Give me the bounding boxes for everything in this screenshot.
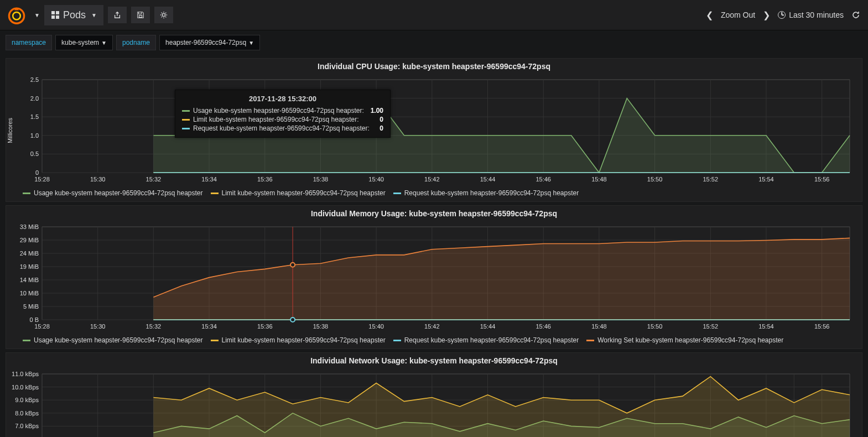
svg-text:14 MiB: 14 MiB (20, 277, 39, 283)
svg-text:15:52: 15:52 (703, 176, 719, 183)
refresh-icon (851, 11, 860, 19)
legend-item[interactable]: Limit kube-system heapster-96599cc94-72p… (211, 189, 386, 197)
var-podname-value[interactable]: heapster-96599cc94-72psq▼ (159, 35, 260, 50)
svg-text:19 MiB: 19 MiB (20, 263, 39, 270)
svg-text:5 MiB: 5 MiB (23, 303, 39, 310)
svg-text:0.5: 0.5 (30, 150, 39, 157)
zoom-out-button[interactable]: Zoom Out (721, 11, 755, 19)
svg-point-1 (13, 12, 20, 20)
svg-text:15:28: 15:28 (34, 176, 50, 183)
time-range-picker[interactable]: Last 30 minutes (778, 11, 844, 19)
top-toolbar: ▼ Pods ▼ ❮ Zoom Out ❯ Last 30 minutes (0, 0, 868, 30)
svg-text:15:44: 15:44 (480, 323, 496, 330)
panel-memory: Individual Memory Usage: kube-system hea… (6, 205, 862, 349)
svg-point-6 (162, 13, 165, 16)
svg-rect-3 (56, 11, 59, 14)
svg-text:15:46: 15:46 (536, 323, 551, 330)
memory-chart[interactable]: 0 B5 MiB10 MiB14 MiB19 MiB24 MiB29 MiB33… (12, 221, 855, 332)
legend-item[interactable]: Usage kube-system heapster-96599cc94-72p… (23, 336, 203, 344)
settings-button[interactable] (154, 7, 173, 23)
svg-text:15:48: 15:48 (591, 323, 607, 330)
legend-item[interactable]: Usage kube-system heapster-96599cc94-72p… (23, 189, 203, 197)
svg-text:10.0 kBps: 10.0 kBps (12, 384, 39, 391)
svg-text:7.0 kBps: 7.0 kBps (15, 423, 39, 429)
svg-text:15:54: 15:54 (758, 323, 774, 330)
panel-cpu: Individual CPU Usage: kube-system heapst… (6, 58, 862, 202)
svg-text:29 MiB: 29 MiB (20, 237, 39, 243)
save-icon (137, 11, 144, 19)
panel-memory-legend: Usage kube-system heapster-96599cc94-72p… (6, 334, 862, 348)
svg-text:0: 0 (35, 169, 39, 176)
gear-icon (160, 11, 168, 19)
svg-text:15:38: 15:38 (313, 323, 329, 330)
grid-icon (51, 11, 60, 19)
svg-text:15:40: 15:40 (368, 176, 384, 183)
network-chart[interactable]: 6.0 kBps7.0 kBps8.0 kBps9.0 kBps10.0 kBp… (12, 368, 855, 437)
share-button[interactable] (108, 7, 127, 23)
svg-rect-4 (51, 15, 55, 19)
save-button[interactable] (131, 7, 150, 23)
legend-item[interactable]: Request kube-system heapster-96599cc94-7… (393, 189, 579, 197)
svg-text:15:44: 15:44 (480, 176, 496, 183)
svg-text:24 MiB: 24 MiB (20, 250, 39, 257)
svg-text:15:28: 15:28 (34, 323, 50, 330)
panel-network-title: Individual Network Usage: kube-system he… (6, 353, 862, 368)
svg-point-102 (290, 318, 295, 322)
legend-item[interactable]: Limit kube-system heapster-96599cc94-72p… (211, 336, 386, 344)
svg-text:15:50: 15:50 (647, 323, 663, 330)
svg-text:15:50: 15:50 (647, 176, 663, 183)
tooltip-title: 2017-11-28 15:32:00 (182, 95, 383, 103)
dashboard-picker[interactable]: Pods ▼ (44, 5, 103, 25)
dashboard-title: Pods (63, 9, 86, 21)
template-variable-bar: namespace kube-system▼ podname heapster-… (0, 30, 868, 55)
time-back-button[interactable]: ❮ (704, 8, 715, 23)
svg-text:15:54: 15:54 (758, 176, 774, 183)
svg-point-103 (290, 263, 295, 267)
svg-rect-5 (56, 15, 59, 19)
svg-text:15:42: 15:42 (424, 323, 440, 330)
svg-text:15:40: 15:40 (368, 323, 384, 330)
svg-text:15:42: 15:42 (424, 176, 440, 183)
svg-text:11.0 kBps: 11.0 kBps (12, 371, 39, 377)
svg-text:15:30: 15:30 (90, 323, 106, 330)
panel-cpu-title: Individual CPU Usage: kube-system heapst… (6, 59, 862, 74)
svg-text:2.5: 2.5 (30, 76, 39, 83)
grafana-logo[interactable] (6, 4, 28, 26)
panel-memory-title: Individual Memory Usage: kube-system hea… (6, 206, 862, 221)
refresh-button[interactable] (849, 8, 862, 22)
svg-text:15:56: 15:56 (814, 323, 830, 330)
clock-icon (778, 11, 786, 19)
chevron-down-icon: ▼ (91, 12, 97, 18)
svg-text:33 MiB: 33 MiB (20, 223, 39, 230)
svg-rect-2 (51, 11, 55, 14)
panel-cpu-ylabel: Millicores (7, 118, 13, 143)
svg-text:1.5: 1.5 (30, 113, 39, 120)
chart-tooltip: 2017-11-28 15:32:00 Usage kube-system he… (175, 90, 391, 138)
cpu-chart[interactable]: 00.51.01.52.02.515:2815:3015:3215:3415:3… (12, 74, 855, 185)
time-forward-button[interactable]: ❯ (761, 8, 772, 23)
svg-text:15:38: 15:38 (313, 176, 329, 183)
svg-text:15:52: 15:52 (703, 323, 719, 330)
svg-point-0 (9, 8, 24, 23)
svg-text:15:36: 15:36 (257, 323, 273, 330)
svg-text:15:32: 15:32 (146, 323, 162, 330)
var-podname-label: podname (116, 35, 156, 50)
svg-text:15:34: 15:34 (201, 323, 217, 330)
svg-text:8.0 kBps: 8.0 kBps (15, 410, 39, 417)
svg-text:15:56: 15:56 (814, 176, 830, 183)
legend-item[interactable]: Working Set kube-system heapster-96599cc… (586, 336, 783, 344)
var-namespace-value[interactable]: kube-system▼ (55, 35, 113, 50)
share-icon (113, 11, 121, 19)
svg-text:15:34: 15:34 (201, 176, 217, 183)
svg-text:15:32: 15:32 (146, 176, 162, 183)
svg-text:15:36: 15:36 (257, 176, 273, 183)
var-namespace-label: namespace (6, 35, 52, 50)
logo-caret-icon[interactable]: ▼ (34, 12, 40, 18)
svg-text:9.0 kBps: 9.0 kBps (15, 397, 39, 403)
svg-text:15:48: 15:48 (591, 176, 607, 183)
svg-text:0 B: 0 B (29, 316, 39, 323)
legend-item[interactable]: Request kube-system heapster-96599cc94-7… (393, 336, 579, 344)
panel-network: Individual Network Usage: kube-system he… (6, 352, 862, 437)
svg-text:2.0: 2.0 (30, 95, 39, 102)
time-range-label: Last 30 minutes (789, 11, 844, 19)
